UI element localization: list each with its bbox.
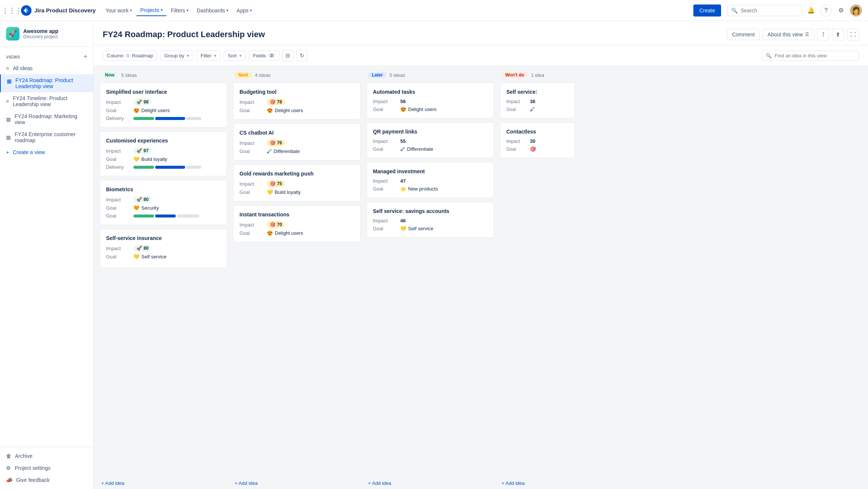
card[interactable]: Self service: savings accounts Impact 46…: [367, 202, 494, 238]
help-icon[interactable]: ?: [820, 4, 832, 16]
sidebar-item-fy24-enterprise[interactable]: ▦ FY24 Enterprise customer roadmap: [0, 128, 93, 146]
card[interactable]: QR payment links Impact 55 Goal 🖊 Differ…: [367, 122, 494, 158]
wontdo-tag: Won't do: [501, 72, 528, 78]
card[interactable]: Gold rewards marketing push Impact 🎯 75 …: [233, 164, 361, 201]
card[interactable]: CS chatbot AI Impact 🎯 76 Goal 🖊 Differe…: [233, 123, 361, 160]
about-this-view-button[interactable]: About this view ☰: [763, 29, 814, 40]
card-field-impact: Impact 🚀 97: [106, 147, 221, 154]
column-header-wontdo: Won't do 1 idea: [500, 72, 575, 82]
now-cards: Simplified user interface Impact 🚀 98 Go…: [100, 82, 227, 476]
impact-value: 🚀 98: [133, 99, 151, 105]
app-menu-icon[interactable]: ⋮⋮⋮: [6, 4, 18, 16]
card[interactable]: Contactless Impact 30 Goal 🎯: [500, 122, 575, 158]
main-content: FY24 Roadmap: Product Leadership view Co…: [94, 21, 868, 489]
board-search-input[interactable]: [775, 53, 855, 58]
project-icon: 🚀: [6, 27, 19, 40]
card-title: Customised experiences: [106, 138, 221, 144]
filter-button[interactable]: Filter +: [196, 51, 220, 61]
plus-icon: +: [187, 53, 190, 58]
goal-value: 💛 Build loyalty: [133, 156, 167, 162]
search-box: 🔍: [727, 5, 802, 16]
impact-plain: 55: [400, 138, 406, 144]
lines-icon: ☰: [805, 32, 809, 37]
goal-value: 💛 Self service: [133, 254, 166, 260]
add-view-button[interactable]: +: [83, 53, 87, 61]
card-field-impact: Impact 56: [373, 99, 488, 104]
card[interactable]: Simplified user interface Impact 🚀 98 Go…: [100, 82, 227, 128]
column-button[interactable]: Column ⊙ Roadmap: [103, 51, 157, 61]
settings-icon[interactable]: ⚙: [835, 4, 847, 16]
goal-label: Goal: [106, 205, 130, 211]
search-icon: 🔍: [766, 53, 772, 58]
bar-blue: [155, 166, 185, 169]
comment-button[interactable]: Comment: [727, 29, 760, 40]
card-title: Contactless: [506, 129, 569, 135]
upload-icon-btn[interactable]: ⬆: [832, 28, 844, 40]
layout: 🚀 Awesome app Discovery project VIEWS + …: [0, 21, 868, 489]
add-idea-wontdo[interactable]: + Add idea: [500, 477, 575, 489]
card[interactable]: Managed investment Impact 47 Goal 🌟 New …: [367, 162, 494, 198]
nav-projects[interactable]: Projects▾: [136, 5, 166, 16]
create-button[interactable]: Create: [693, 4, 721, 16]
search-input[interactable]: [741, 8, 798, 14]
sidebar-item-give-feedback[interactable]: 📣 Give feedback: [0, 474, 93, 486]
goal-value: 🧡 Security: [133, 205, 159, 211]
project-name: Awesome app: [23, 28, 58, 34]
nav-dashboards[interactable]: Dashboards▾: [193, 5, 232, 16]
avatar[interactable]: 👩: [850, 4, 862, 16]
card[interactable]: Budgeting tool Impact 🎯 78 Goal 😍 Deligh…: [233, 82, 361, 120]
sidebar-project: 🚀 Awesome app Discovery project: [0, 21, 93, 47]
nav-apps[interactable]: Apps▾: [233, 5, 256, 16]
sidebar-item-project-settings[interactable]: ⚙ Project settings: [0, 462, 93, 474]
list-icon: ≡: [6, 65, 9, 71]
card[interactable]: Customised experiences Impact 🚀 97 Goal …: [100, 131, 227, 176]
card-field-impact: Impact 46: [373, 218, 488, 224]
add-idea-next[interactable]: + Add idea: [233, 477, 361, 489]
goal-label: Goal: [106, 108, 130, 113]
nav-filters[interactable]: Filters▾: [167, 5, 192, 16]
table-view-icon-btn[interactable]: ⊟: [282, 50, 293, 61]
card[interactable]: Instant transactions Impact 🎯 70 Goal 😍 …: [233, 205, 361, 242]
goal-value: 😍 Delight users: [133, 108, 170, 113]
delivery-bar: [133, 166, 201, 169]
views-label: VIEWS: [6, 55, 20, 59]
later-tag: Later: [368, 72, 386, 78]
app-title: Jira Product Discovery: [34, 7, 96, 14]
card-field-impact: Impact 47: [373, 178, 488, 184]
sidebar-item-all-ideas[interactable]: ≡ All ideas: [0, 62, 93, 74]
card-field-goal: Goal 😍 Delight users: [239, 108, 354, 113]
grid-icon: ▦: [7, 78, 12, 84]
next-count: 4 ideas: [255, 72, 271, 78]
sidebar-item-fy24-roadmap-marketing[interactable]: ▦ FY24 Roadmap: Marketing view: [0, 110, 93, 128]
sidebar-item-create-view[interactable]: + Create a view: [0, 146, 93, 158]
add-idea-now[interactable]: + Add idea: [100, 477, 227, 489]
sidebar-item-archive[interactable]: 🗑 Archive: [0, 450, 93, 462]
card[interactable]: Biometrics Impact 🚀 80 Goal 🧡 Security G…: [100, 180, 227, 225]
notifications-icon[interactable]: 🔔: [805, 4, 817, 16]
bar-green: [133, 214, 154, 218]
card-field-goal: Goal 🎯: [506, 146, 569, 152]
card[interactable]: Self-service insurance Impact 🚀 80 Goal …: [100, 229, 227, 268]
column-now: Now 5 ideas Simplified user interface Im…: [100, 72, 227, 489]
expand-icon-btn[interactable]: ⛶: [847, 28, 859, 40]
card[interactable]: Self service: Impact 36 Goal 🖊: [500, 82, 575, 118]
refresh-icon-btn[interactable]: ↻: [296, 50, 308, 61]
share-icon-btn[interactable]: ⤴: [817, 28, 829, 40]
sidebar-item-fy24-timeline-leadership[interactable]: ≡ FY24 Timeline: Product Leadership view: [0, 92, 93, 110]
next-tag: Next: [235, 72, 252, 78]
card-field-impact: Impact 36: [506, 99, 569, 104]
nav-your-work[interactable]: Your work▾: [102, 5, 136, 16]
fields-button[interactable]: Fields 3: [249, 51, 279, 61]
card-field-impact: Impact 55: [373, 138, 488, 144]
sidebar-item-fy24-roadmap-leadership[interactable]: ▦ FY24 Roadmap: Product Leadership view: [0, 74, 93, 92]
sort-button[interactable]: Sort +: [224, 51, 246, 61]
add-idea-later[interactable]: + Add idea: [367, 477, 494, 489]
now-tag: Now: [101, 72, 118, 78]
group-by-button[interactable]: Group by +: [160, 51, 193, 61]
now-count: 5 ideas: [121, 72, 137, 78]
card[interactable]: Automated tasks Impact 56 Goal 😍 Delight…: [367, 82, 494, 118]
toolbar-search-box: 🔍: [762, 51, 859, 61]
impact-label: Impact: [106, 99, 130, 105]
sidebar-item-label: Give feedback: [16, 477, 50, 483]
sidebar-views-header: VIEWS +: [0, 47, 93, 62]
